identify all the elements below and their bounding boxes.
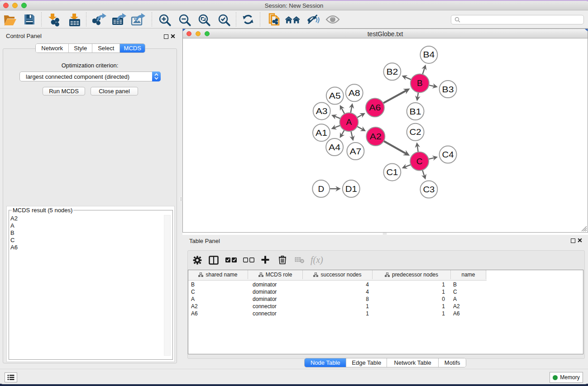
- svg-text:A: A: [346, 117, 352, 127]
- svg-text:D: D: [318, 184, 324, 194]
- svg-text:B4: B4: [423, 50, 435, 59]
- svg-text:C1: C1: [386, 167, 398, 177]
- svg-text:A7: A7: [349, 147, 361, 156]
- svg-text:B3: B3: [442, 85, 454, 94]
- svg-text:A3: A3: [316, 106, 328, 116]
- svg-text:C3: C3: [423, 185, 435, 194]
- svg-text:A1: A1: [316, 128, 327, 138]
- svg-text:C: C: [416, 157, 423, 166]
- svg-text:A8: A8: [349, 88, 360, 98]
- svg-text:C2: C2: [410, 127, 421, 137]
- svg-text:A6: A6: [369, 103, 381, 112]
- svg-text:A4: A4: [329, 143, 340, 152]
- svg-text:B1: B1: [410, 107, 421, 116]
- svg-text:B2: B2: [386, 67, 398, 76]
- svg-text:D1: D1: [345, 184, 357, 194]
- svg-text:B: B: [417, 78, 423, 88]
- svg-text:A2: A2: [370, 132, 382, 141]
- svg-text:C4: C4: [442, 150, 454, 159]
- svg-text:A5: A5: [329, 91, 341, 100]
